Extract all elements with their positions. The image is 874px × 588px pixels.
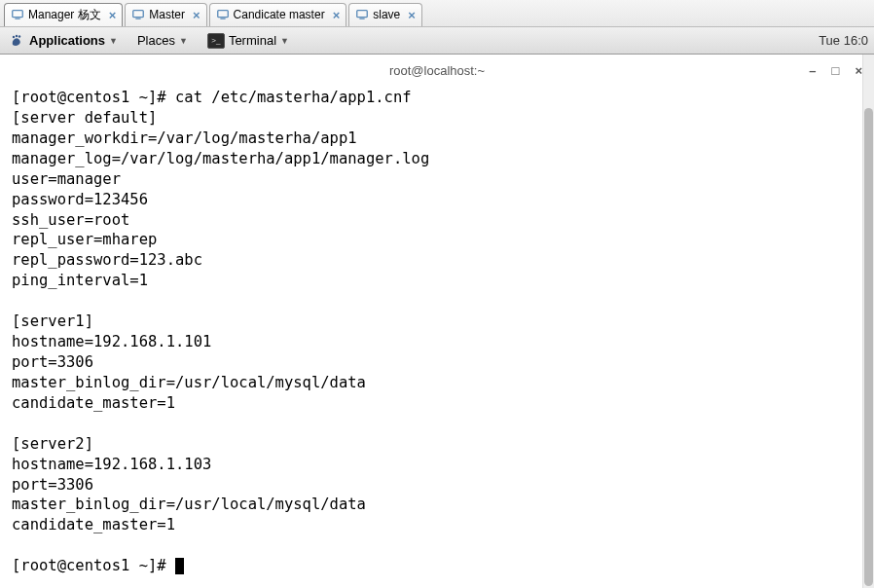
scrollbar[interactable] xyxy=(862,55,874,588)
terminal-titlebar: root@localhost:~ – □ × xyxy=(4,58,870,82)
tab-label: Candicate master xyxy=(234,8,325,21)
tab-label: slave xyxy=(373,8,400,21)
window-title: root@localhost:~ xyxy=(389,63,485,78)
menu-label: Places xyxy=(137,33,175,48)
svg-rect-2 xyxy=(133,11,144,18)
close-icon[interactable]: × xyxy=(193,9,200,21)
applications-menu[interactable]: Applications ▼ xyxy=(6,31,122,51)
minimize-button[interactable]: – xyxy=(809,63,816,78)
svg-rect-5 xyxy=(220,18,225,19)
chevron-down-icon: ▼ xyxy=(280,36,289,46)
foot-icon xyxy=(10,33,25,49)
tab-candidate-master[interactable]: Candicate master × xyxy=(209,3,347,26)
tabs-bar: Manager 杨文 × Master × Candicate master ×… xyxy=(0,0,874,27)
vm-icon xyxy=(355,8,369,21)
scrollbar-track[interactable] xyxy=(863,55,874,588)
tab-master[interactable]: Master × xyxy=(125,3,206,26)
svg-rect-0 xyxy=(13,11,23,18)
cursor xyxy=(175,558,184,574)
tab-label: Master xyxy=(149,8,185,21)
svg-point-10 xyxy=(18,35,20,37)
vm-icon xyxy=(131,8,145,21)
menu-label: Applications xyxy=(29,33,105,48)
svg-rect-6 xyxy=(357,11,368,18)
maximize-button[interactable]: □ xyxy=(832,63,840,78)
places-menu[interactable]: Places ▼ xyxy=(133,31,192,50)
svg-rect-1 xyxy=(15,18,19,19)
tab-slave[interactable]: slave × xyxy=(348,3,422,26)
svg-point-9 xyxy=(16,34,18,36)
svg-point-8 xyxy=(13,35,15,37)
menu-label: Terminal xyxy=(229,33,276,48)
window-controls: – □ × xyxy=(809,63,862,78)
terminal-content[interactable]: [root@centos1 ~]# cat /etc/masterha/app1… xyxy=(4,82,870,586)
tab-label: Manager 杨文 xyxy=(28,7,101,23)
terminal-menu[interactable]: >_ Terminal ▼ xyxy=(203,31,293,51)
scrollbar-thumb[interactable] xyxy=(864,108,873,586)
tab-manager[interactable]: Manager 杨文 × xyxy=(4,3,123,26)
vm-icon xyxy=(216,8,230,21)
chevron-down-icon: ▼ xyxy=(179,36,188,46)
close-icon[interactable]: × xyxy=(333,9,341,21)
terminal-icon: >_ xyxy=(207,33,225,49)
svg-rect-7 xyxy=(360,18,365,19)
clock[interactable]: Tue 16:0 xyxy=(819,33,868,48)
vm-icon xyxy=(11,8,24,21)
chevron-down-icon: ▼ xyxy=(109,36,118,46)
svg-rect-3 xyxy=(136,18,141,19)
close-icon[interactable]: × xyxy=(109,9,117,21)
terminal-window: root@localhost:~ – □ × [root@centos1 ~]#… xyxy=(4,58,870,586)
gnome-menubar: Applications ▼ Places ▼ >_ Terminal ▼ Tu… xyxy=(0,27,874,55)
close-icon[interactable]: × xyxy=(408,9,416,21)
svg-rect-4 xyxy=(217,11,228,18)
close-button[interactable]: × xyxy=(855,63,862,78)
